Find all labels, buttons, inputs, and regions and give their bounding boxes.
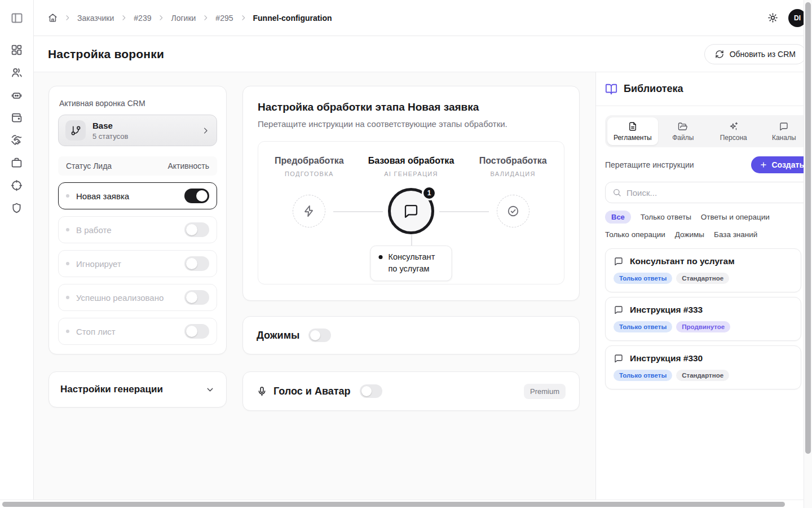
sidebar-item-bot[interactable] [11,89,23,101]
vertical-scrollbar-thumb[interactable] [805,2,811,454]
status-row-stop-list[interactable]: Стоп лист [58,318,217,345]
status-toggle[interactable] [184,222,209,237]
voice-avatar-toggle[interactable] [360,384,382,398]
status-toggle[interactable] [184,324,209,339]
tab-faily[interactable]: Файлы [658,117,709,145]
chevron-right-icon [201,126,210,135]
attached-instruction-name: Консультант по услугам [389,251,443,275]
stage-pipeline: Предобработка ПОДГОТОВКА Базовая обработ… [258,141,564,284]
breadcrumb-item[interactable]: Логики [171,14,196,23]
library-title: Библиотека [624,83,683,95]
funnel-branch-icon [65,120,86,141]
chevron-right-icon [202,14,209,21]
status-toggle[interactable] [184,290,209,305]
sidebar-item-dashboard[interactable] [11,44,23,56]
funnel-panel: Активная воронка CRM Base 5 статусов Ста… [48,86,227,408]
message-square-icon [614,353,624,364]
library-item[interactable]: Консультант по услугам Только ответы Ста… [605,248,801,292]
sparkles-icon [729,121,739,132]
chevron-right-icon [240,14,247,21]
tab-persona[interactable]: Персона [708,117,759,145]
sidebar-item-wallet[interactable] [11,112,23,124]
filter-answers-and-ops[interactable]: Ответы и операции [701,211,770,223]
filter-answers-only[interactable]: Только ответы [641,211,691,223]
item-type-badge: Только ответы [614,370,672,381]
wallet-icon [11,112,23,124]
status-row-new-lead[interactable]: Новая заявка [58,182,217,209]
stage-drop-zone-base[interactable]: 1 [388,188,434,234]
status-table-header: Статус Лида Активность [58,156,217,176]
horizontal-scrollbar-thumb[interactable] [2,502,785,507]
folder-open-icon [678,121,688,132]
sidebar-item-targets[interactable] [11,179,23,191]
library-tabs: Регламенты Файлы Персона Каналы [605,115,811,147]
item-level-badge: Продвинутое [676,321,730,332]
item-type-badge: Только ответы [614,321,672,332]
pipeline-connector [333,211,383,212]
stage-drop-zone-preprocessing[interactable] [293,195,325,227]
sidebar-item-partners[interactable] [11,134,23,146]
plus-icon [760,161,767,169]
target-icon [11,179,23,191]
stage-editor-subtitle: Перетащите инструкции на соответствующие… [258,119,564,129]
create-instruction-button[interactable]: Создать [751,156,812,173]
theme-toggle-sun-icon[interactable] [767,12,778,23]
breadcrumb-item[interactable]: Заказчики [77,14,114,23]
stage-processing-card: Настройка обработки этапа Новая заявка П… [242,86,580,301]
status-toggle[interactable] [184,189,209,203]
status-row-success[interactable]: Успешно реализовано [58,284,217,311]
tab-kanaly[interactable]: Каналы [759,117,810,145]
stage-editor-title: Настройка обработки этапа Новая заявка [258,101,564,113]
active-funnel-card: Активная воронка CRM Base 5 статусов Ста… [48,86,227,354]
handshake-icon [11,134,23,146]
attached-instruction-card[interactable]: Консультант по услугам [370,246,452,281]
drag-hint-text: Перетащите инструкции [605,160,694,169]
library-filters: Все Только ответы Ответы и операции Толь… [605,211,812,240]
library-item-title: Инструкция #333 [630,305,703,315]
breadcrumb: Заказчики #239 Логики #295 Funnel-config… [48,13,332,23]
sidebar-item-users[interactable] [11,67,23,78]
search-icon [612,188,621,197]
filter-ops-only[interactable]: Только операции [605,229,665,240]
stage-postprocessing: Постобработка ВАЛИДАЦИЯ [462,142,564,284]
search-input[interactable] [626,188,805,198]
chevron-right-icon [64,14,71,21]
filter-all[interactable]: Все [605,211,631,224]
generation-settings-card[interactable]: Настройки генерации [48,371,227,408]
breadcrumb-item[interactable]: #295 [215,14,233,23]
sidebar-collapse-button[interactable] [10,11,24,25]
tab-reglamenty[interactable]: Регламенты [607,117,658,145]
page-title: Настройка воронки [48,47,164,61]
check-circle-icon [507,205,519,217]
sidebar-item-cases[interactable] [11,157,23,169]
briefcase-icon [11,157,23,169]
attached-connector [411,235,412,247]
status-toggle[interactable] [184,256,209,271]
status-row-ignores[interactable]: Игнорирует [58,250,217,277]
followups-card: Дожимы [242,316,580,354]
followups-label: Дожимы [257,330,299,341]
home-icon[interactable] [48,13,58,23]
filter-knowledge-base[interactable]: База знаний [714,229,757,240]
stage-editor: Настройка обработки этапа Новая заявка П… [242,86,580,411]
followups-toggle[interactable] [308,329,331,342]
premium-badge: Premium [524,384,566,399]
stage-drop-zone-postprocessing[interactable] [497,195,529,227]
library-item[interactable]: Инструкция #330 Только ответы Стандартно… [605,345,801,389]
breadcrumb-item[interactable]: #239 [134,14,151,23]
status-dot-icon [66,194,69,198]
refresh-from-crm-button[interactable]: Обновить из CRM [704,44,806,64]
item-type-badge: Только ответы [614,273,672,284]
sidebar-item-security[interactable] [11,202,23,214]
library-item[interactable]: Инструкция #333 Только ответы Продвинуто… [605,297,801,341]
dashboard-icon [11,44,23,56]
funnel-selector[interactable]: Base 5 статусов [58,115,217,146]
funnel-name: Base [92,121,128,131]
filter-followups[interactable]: Дожимы [675,229,704,240]
refresh-icon [715,50,724,59]
horizontal-scrollbar [0,500,804,508]
page-header: Настройка воронки Обновить из CRM [34,36,812,72]
top-bar: Заказчики #239 Логики #295 Funnel-config… [34,0,812,36]
status-row-in-progress[interactable]: В работе [58,216,217,243]
pipeline-connector [439,211,489,212]
